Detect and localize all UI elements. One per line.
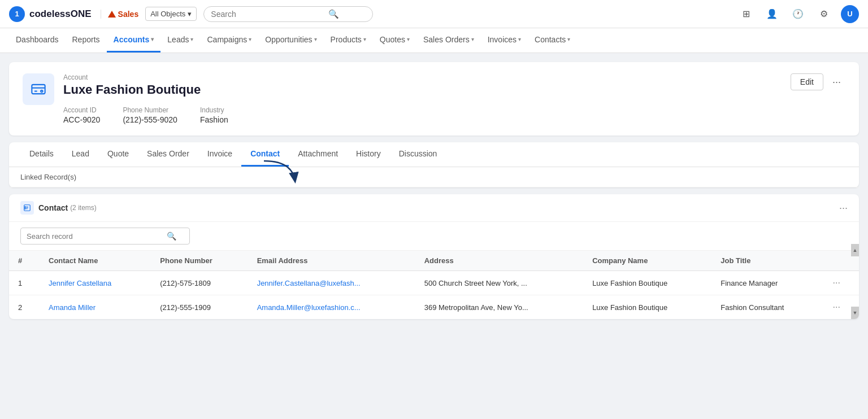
contact-section: Contact (2 items) ··· 🔍 # Contact Name P…	[9, 194, 859, 319]
col-company: Company Name	[583, 251, 711, 271]
chevron-down-icon: ▾	[314, 36, 317, 42]
sales-badge: Sales	[101, 10, 139, 19]
search-icon: 🔍	[328, 9, 339, 19]
contact-email-link[interactable]: Amanda.Miller@luxefashion.c...	[257, 303, 361, 312]
tab-sales-order[interactable]: Sales Order	[138, 142, 198, 167]
tab-attachment[interactable]: Attachment	[289, 142, 347, 167]
contact-count: (2 items)	[70, 204, 97, 212]
topbar: 1 codelessONE Sales All Objects ▾ 🔍 ⊞ 👤 …	[0, 0, 868, 28]
row-1-address: 500 Church Street New York, ...	[415, 271, 583, 295]
logo[interactable]: 1 codelessONE	[9, 6, 92, 22]
account-meta: Account ID ACC-9020 Phone Number (212)-5…	[63, 106, 791, 124]
phone-value: (212)-555-9020	[123, 115, 177, 124]
scroll-up-button[interactable]: ▲	[851, 244, 859, 256]
tab-contact[interactable]: Contact	[241, 142, 289, 167]
row-2-address: 369 Metropolitan Ave, New Yo...	[415, 295, 583, 320]
contact-email-link[interactable]: Jennifer.Castellana@luxefash...	[257, 279, 361, 287]
account-id-field: Account ID ACC-9020	[63, 106, 100, 124]
account-id-label: Account ID	[63, 106, 100, 114]
svg-point-6	[25, 208, 25, 209]
chevron-down-icon: ▾	[567, 36, 570, 42]
account-card-icon	[31, 81, 46, 97]
row-2-phone: (212)-555-1909	[151, 295, 248, 320]
row-2-name[interactable]: Amanda Miller	[40, 295, 151, 320]
sales-label: Sales	[118, 10, 139, 19]
nav-item-dashboards[interactable]: Dashboards	[9, 28, 66, 53]
tab-invoice[interactable]: Invoice	[198, 142, 241, 167]
search-record-input-wrapper[interactable]: 🔍	[20, 228, 190, 245]
tabs-card: Details Lead Quote Sales Order Invoice C…	[9, 142, 859, 187]
row-1-name[interactable]: Jennifer Castellana	[40, 271, 151, 295]
contact-table: # Contact Name Phone Number Email Addres…	[9, 251, 859, 319]
row-1-more[interactable]: ···	[824, 271, 859, 295]
global-search-input[interactable]	[211, 10, 324, 19]
account-actions: Edit ···	[791, 73, 845, 90]
chevron-down-icon: ▾	[249, 36, 251, 42]
account-card: Account Luxe Fashion Boutique Account ID…	[9, 62, 859, 136]
table-header: # Contact Name Phone Number Email Addres…	[9, 251, 859, 271]
nav-item-reports[interactable]: Reports	[66, 28, 107, 53]
more-options-button[interactable]: ···	[828, 74, 845, 90]
contact-icon	[23, 204, 31, 212]
global-search-bar[interactable]: 🔍	[203, 6, 373, 22]
industry-value: Fashion	[200, 115, 228, 124]
contact-header: Contact (2 items) ···	[9, 194, 859, 222]
search-record-input[interactable]	[27, 232, 162, 241]
nav-item-sales-orders[interactable]: Sales Orders ▾	[416, 28, 481, 53]
nav-item-contacts[interactable]: Contacts ▾	[528, 28, 577, 53]
tab-quote[interactable]: Quote	[98, 142, 138, 167]
chevron-down-icon: ▾	[190, 36, 193, 42]
tab-history[interactable]: History	[347, 142, 390, 167]
chevron-down-icon: ▾	[363, 36, 366, 42]
nav-item-leads[interactable]: Leads ▾	[160, 28, 200, 53]
svg-rect-0	[32, 85, 45, 94]
account-name: Luxe Fashion Boutique	[63, 82, 791, 97]
contact-more-button[interactable]: ···	[839, 202, 848, 214]
nav-item-products[interactable]: Products ▾	[324, 28, 373, 53]
industry-field: Industry Fashion	[200, 106, 228, 124]
chevron-down-icon: ▾	[151, 36, 154, 42]
row-1-job-title: Finance Manager	[711, 271, 823, 295]
edit-button[interactable]: Edit	[791, 73, 823, 90]
main-content: Account Luxe Fashion Boutique Account ID…	[0, 53, 868, 328]
logo-text: codelessONE	[29, 8, 92, 20]
contact-title: Contact	[38, 203, 68, 212]
col-contact-name: Contact Name	[40, 251, 151, 271]
history-icon[interactable]: 🕐	[789, 5, 807, 23]
tab-lead[interactable]: Lead	[63, 142, 98, 167]
person-add-icon[interactable]: 👤	[763, 5, 781, 23]
nav-item-quotes[interactable]: Quotes ▾	[373, 28, 416, 53]
tab-discussion[interactable]: Discussion	[390, 142, 446, 167]
col-job-title: Job Title	[711, 251, 823, 271]
grid-icon[interactable]: ⊞	[737, 5, 755, 23]
contact-name-link[interactable]: Jennifer Castellana	[49, 279, 111, 287]
settings-icon[interactable]: ⚙	[815, 5, 833, 23]
nav-item-accounts[interactable]: Accounts ▾	[107, 28, 161, 53]
chevron-down-icon: ▾	[407, 36, 410, 42]
avatar[interactable]: U	[841, 5, 859, 23]
svg-point-5	[25, 207, 25, 208]
col-num: #	[9, 251, 40, 271]
contact-table-wrap: # Contact Name Phone Number Email Addres…	[9, 251, 859, 319]
account-id-value: ACC-9020	[63, 115, 100, 124]
row-1-email[interactable]: Jennifer.Castellana@luxefash...	[248, 271, 415, 295]
svg-point-4	[25, 207, 25, 207]
linked-records-label: Linked Record(s)	[9, 167, 859, 187]
tab-details[interactable]: Details	[20, 142, 63, 167]
account-icon	[23, 73, 54, 105]
account-info: Account Luxe Fashion Boutique Account ID…	[63, 73, 791, 124]
table-row: 2 Amanda Miller (212)-555-1909 Amanda.Mi…	[9, 295, 859, 320]
phone-field: Phone Number (212)-555-9020	[123, 106, 177, 124]
row-2-email[interactable]: Amanda.Miller@luxefashion.c...	[248, 295, 415, 320]
row-2-num: 2	[9, 295, 40, 320]
search-record-icon: 🔍	[167, 232, 176, 241]
nav-item-opportunities[interactable]: Opportunities ▾	[258, 28, 323, 53]
scroll-down-button[interactable]: ▼	[851, 307, 859, 319]
nav-item-invoices[interactable]: Invoices ▾	[481, 28, 528, 53]
row-1-phone: (212)-575-1809	[151, 271, 248, 295]
account-type-label: Account	[63, 73, 791, 81]
nav-item-campaigns[interactable]: Campaigns ▾	[200, 28, 258, 53]
contact-name-link[interactable]: Amanda Miller	[49, 303, 96, 312]
chevron-down-icon: ▾	[471, 36, 474, 42]
all-objects-dropdown[interactable]: All Objects ▾	[145, 7, 197, 21]
